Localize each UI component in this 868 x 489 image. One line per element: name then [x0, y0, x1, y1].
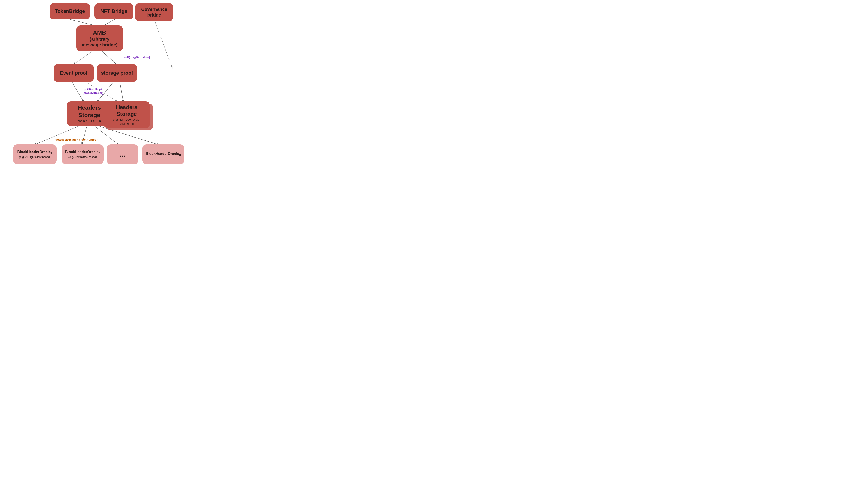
event-proof-node: Event proof: [54, 64, 94, 82]
oracle-dots-node: ...: [107, 144, 138, 164]
svg-line-11: [154, 20, 172, 68]
token-bridge-label: TokenBridge: [55, 8, 85, 15]
headers-gno-sub1: chainId = 100 (GNO): [113, 118, 140, 121]
svg-line-3: [102, 51, 117, 64]
storage-proof-label: storage proof: [101, 70, 133, 76]
get-block-header-label: getBlockHeader(blockNumber): [55, 138, 98, 141]
oracle-dots-label: ...: [120, 150, 125, 158]
svg-line-7: [34, 125, 80, 145]
amb-label: AMB: [93, 29, 106, 36]
diagram-container: TokenBridge NFT Bridge Governance bridge…: [0, 0, 434, 244]
oracle2-sub: (e.g. Committee based): [68, 155, 97, 159]
call-msg-data-label: call(msgData.data): [124, 55, 150, 59]
headers-eth-label: HeadersStorage: [78, 104, 101, 119]
headers-storage-gno-node: HeadersStorage chainId = 100 (GNO) chain…: [103, 101, 150, 128]
event-proof-label: Event proof: [60, 70, 88, 76]
amb-node: AMB (arbitrary message bridge): [76, 25, 123, 51]
svg-line-4: [72, 81, 84, 102]
svg-line-8: [82, 125, 87, 145]
svg-line-6: [120, 81, 123, 102]
oracle1-label: BlockHeaderOracle1: [17, 150, 52, 155]
headers-gno-label: HeadersStorage: [116, 104, 137, 117]
amb-sub2: message bridge): [82, 42, 118, 48]
governance-bridge-node: Governance bridge: [135, 3, 173, 21]
svg-line-2: [73, 51, 93, 64]
get-state-root-label: getStateRoot(blockNumber): [83, 88, 103, 94]
storage-proof-node: storage proof: [97, 64, 137, 82]
oracle-n-label: BlockHeaderOraclen: [146, 151, 181, 157]
nft-bridge-label: NFT Bridge: [101, 8, 127, 15]
svg-line-1: [103, 20, 115, 26]
governance-bridge-label: Governance bridge: [135, 6, 173, 18]
headers-gno-sub2: chainId = n: [120, 122, 134, 125]
amb-sub: (arbitrary: [90, 36, 110, 42]
headers-eth-sub: chainId = 1 (ETH): [78, 119, 101, 123]
nft-bridge-node: NFT Bridge: [94, 3, 133, 20]
svg-line-0: [70, 20, 97, 26]
oracle2-label: BlockHeaderOracle2: [65, 150, 100, 155]
token-bridge-node: TokenBridge: [50, 3, 90, 20]
block-header-oracle2-node: BlockHeaderOracle2 (e.g. Committee based…: [62, 144, 103, 164]
arrows-svg: [0, 0, 434, 244]
block-header-oracle1-node: BlockHeaderOracle1 (e.g. ZK light client…: [13, 144, 57, 164]
block-header-oracle-n-node: BlockHeaderOraclen: [143, 144, 184, 164]
oracle1-sub: (e.g. ZK light client based): [19, 155, 51, 159]
